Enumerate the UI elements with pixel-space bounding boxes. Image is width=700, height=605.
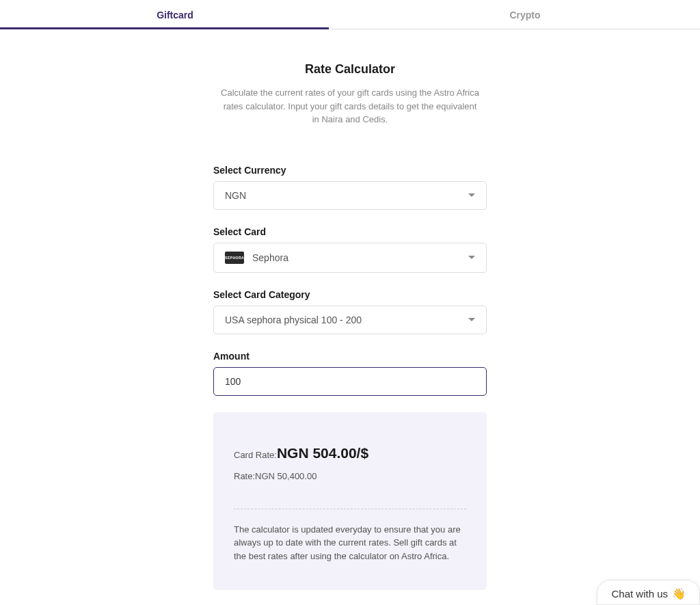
chevron-down-icon bbox=[468, 256, 475, 259]
disclaimer-text: The calculator is updated everyday to en… bbox=[234, 523, 466, 563]
chevron-down-icon bbox=[468, 318, 475, 321]
rate-label: Rate: bbox=[234, 471, 255, 481]
currency-select[interactable]: NGN bbox=[213, 181, 487, 210]
page-title: Rate Calculator bbox=[213, 62, 487, 77]
tab-crypto[interactable]: Crypto bbox=[350, 0, 700, 29]
category-label: Select Card Category bbox=[213, 289, 487, 300]
divider bbox=[234, 509, 466, 509]
card-value: Sephora bbox=[252, 252, 288, 263]
amount-label: Amount bbox=[213, 351, 487, 362]
card-rate-label: Card Rate: bbox=[234, 450, 277, 460]
amount-input[interactable] bbox=[225, 376, 475, 387]
rate-value: NGN 50,400.00 bbox=[255, 471, 317, 481]
page-subtitle: Calculate the current rates of your gift… bbox=[220, 86, 480, 126]
card-rate-row: Card Rate:NGN 504.00/$ bbox=[234, 445, 466, 461]
currency-label: Select Currency bbox=[213, 165, 487, 176]
tab-underline bbox=[0, 27, 329, 29]
main-container: Rate Calculator Calculate the current ra… bbox=[118, 29, 582, 605]
rate-row: Rate:NGN 50,400.00 bbox=[234, 471, 466, 481]
card-label: Select Card bbox=[213, 226, 487, 237]
result-card: Card Rate:NGN 504.00/$ Rate:NGN 50,400.0… bbox=[213, 412, 487, 591]
card-rate-value: NGN 504.00/$ bbox=[277, 445, 368, 461]
wave-icon: 👋 bbox=[672, 587, 686, 600]
chevron-down-icon bbox=[468, 193, 475, 197]
category-value: USA sephora physical 100 - 200 bbox=[225, 314, 362, 325]
card-select[interactable]: SEPHORA Sephora bbox=[213, 243, 487, 273]
tab-giftcard[interactable]: Giftcard bbox=[0, 0, 350, 29]
card-thumb-icon: SEPHORA bbox=[225, 252, 244, 264]
chat-label: Chat with us bbox=[611, 588, 668, 600]
currency-value: NGN bbox=[225, 190, 246, 201]
category-select[interactable]: USA sephora physical 100 - 200 bbox=[213, 306, 487, 334]
amount-input-wrapper[interactable] bbox=[213, 367, 487, 396]
chat-widget[interactable]: Chat with us 👋 bbox=[597, 580, 700, 605]
tabs-bar: Giftcard Crypto bbox=[0, 0, 700, 29]
